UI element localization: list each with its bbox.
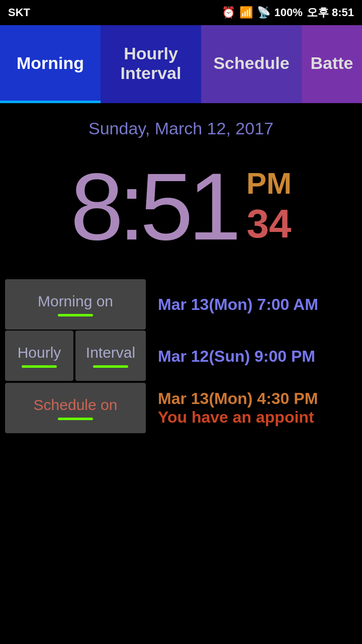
clock-seconds: 34 — [246, 201, 291, 247]
clock-section: 8:51 PM 34 — [0, 148, 362, 264]
signal-icon: 📡 — [257, 6, 270, 19]
hourly-button[interactable]: Hourly — [5, 331, 73, 381]
schedule-next-line1: Mar 13(Mon) 4:30 PM — [158, 389, 357, 408]
buttons-section: Morning on Mar 13(Mon) 7:00 AM Hourly In… — [0, 264, 362, 439]
interval-label: Interval — [86, 344, 135, 361]
status-right: ⏰ 📶 📡 100% 오후 8:51 — [222, 5, 354, 20]
tab-bar: Morning Hourly Interval Schedule Batte — [0, 25, 362, 103]
schedule-indicator — [58, 418, 93, 420]
tab-schedule[interactable]: Schedule — [201, 25, 302, 103]
schedule-label: Schedule on — [34, 396, 118, 414]
battery-label: 100% — [275, 6, 303, 19]
clock-display: 8:51 — [70, 158, 236, 254]
clock-status: 오후 8:51 — [307, 5, 354, 20]
schedule-side: Mar 13(Mon) 4:30 PM You have an appoint — [146, 383, 357, 433]
date-label: Sunday, March 12, 2017 — [88, 119, 274, 138]
clock-side: PM 34 — [246, 166, 292, 247]
schedule-button[interactable]: Schedule on — [5, 383, 146, 433]
morning-button[interactable]: Morning on — [5, 279, 146, 330]
carrier-label: SKT — [8, 6, 30, 19]
hourly-next-text: Mar 12(Sun) 9:00 PM — [158, 347, 315, 366]
tab-batte[interactable]: Batte — [302, 25, 362, 103]
alarm-icon: ⏰ — [222, 6, 235, 19]
clock-ampm: PM — [246, 166, 292, 201]
schedule-row: Schedule on Mar 13(Mon) 4:30 PM You have… — [5, 383, 357, 433]
hourly-next: Mar 12(Sun) 9:00 PM — [146, 331, 357, 382]
wifi-icon: 📶 — [239, 6, 253, 19]
schedule-next-line2: You have an appoint — [158, 408, 357, 427]
morning-indicator — [58, 314, 93, 316]
tab-hourly-interval[interactable]: Hourly Interval — [101, 25, 201, 103]
morning-label: Morning on — [38, 293, 113, 310]
morning-next: Mar 13(Mon) 7:00 AM — [146, 279, 357, 330]
tab-morning[interactable]: Morning — [0, 25, 101, 103]
status-bar: SKT ⏰ 📶 📡 100% 오후 8:51 — [0, 0, 362, 25]
interval-indicator — [93, 365, 128, 368]
hourly-interval-buttons: Hourly Interval — [5, 331, 146, 381]
morning-row: Morning on Mar 13(Mon) 7:00 AM — [5, 279, 357, 330]
hourly-indicator — [22, 365, 57, 368]
hourly-label: Hourly — [18, 344, 61, 361]
morning-next-text: Mar 13(Mon) 7:00 AM — [158, 295, 318, 314]
date-section: Sunday, March 12, 2017 — [0, 108, 362, 148]
interval-button[interactable]: Interval — [75, 331, 146, 381]
hourly-interval-row: Hourly Interval Mar 12(Sun) 9:00 PM — [5, 331, 357, 382]
